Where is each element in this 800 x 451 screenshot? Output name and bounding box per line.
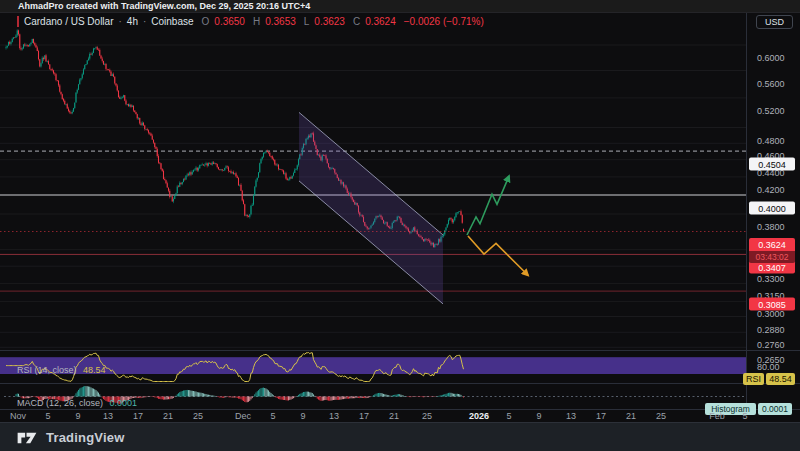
price-axis-label: 0.3300: [757, 274, 785, 284]
time-axis-label: 2026: [469, 411, 489, 421]
time-axis-label: 25: [656, 411, 666, 421]
macd-value: 0.0001: [110, 398, 138, 408]
time-axis-label: Nov: [10, 411, 26, 421]
time-axis[interactable]: Nov5913172125Dec591317212520265913172125…: [0, 409, 800, 422]
bar-countdown: 03:43:02: [749, 251, 795, 263]
price-axis-label: 0.5600: [757, 79, 785, 89]
rsi-params: (14, close): [35, 365, 77, 375]
time-axis-label: 13: [566, 411, 576, 421]
separator-dot: ·: [143, 16, 146, 27]
chart-canvas[interactable]: [0, 13, 800, 422]
rsi-scale-label: 80.00: [757, 362, 780, 372]
open-label: O: [202, 16, 210, 27]
tradingview-brand[interactable]: TradingView: [46, 430, 125, 445]
time-axis-label: 21: [626, 411, 636, 421]
time-axis-label: 21: [389, 411, 399, 421]
high-value: 0.3653: [265, 16, 296, 27]
time-axis-label: 5: [270, 411, 275, 421]
time-axis-label: 25: [422, 411, 432, 421]
close-label: C: [353, 16, 360, 27]
attribution-bar: AhmadPro created with TradingView.com, D…: [0, 0, 800, 13]
time-axis-label: 9: [300, 411, 305, 421]
price-axis-label: 0.6000: [757, 53, 785, 63]
symbol-title[interactable]: Cardano / US Dollar: [24, 16, 113, 27]
rsi-axis-badge-value: 48.54: [766, 373, 795, 385]
time-axis-label: 21: [163, 411, 173, 421]
time-axis-label: 9: [75, 411, 80, 421]
macd-params: (12, 26, close): [46, 398, 103, 408]
open-value: 0.3650: [214, 16, 245, 27]
price-axis-label: 0.2760: [757, 340, 785, 350]
price-level-badge: 0.4504: [749, 158, 795, 171]
rsi-title: RSI: [17, 365, 32, 375]
time-axis-label: 9: [536, 411, 541, 421]
symbol-legend[interactable]: Cardano / US Dollar · 4h · Coinbase O 0.…: [17, 16, 484, 27]
rsi-indicator-label[interactable]: RSI (14, close) 48.54: [17, 365, 106, 375]
bottom-toolbar: TradingView: [0, 422, 800, 451]
change-value: −0.0026 (−0.71%): [404, 16, 484, 27]
time-axis-label: 25: [193, 411, 203, 421]
time-axis-label: 5: [742, 411, 747, 421]
time-axis-label: 5: [45, 411, 50, 421]
attribution-text: AhmadPro created with TradingView.com, D…: [18, 1, 310, 11]
price-axis-label: 0.3000: [757, 309, 785, 319]
time-axis-label: Feb: [709, 411, 725, 421]
high-label: H: [253, 16, 260, 27]
rsi-value: 48.54: [83, 365, 106, 375]
low-value: 0.3623: [314, 16, 345, 27]
currency-button[interactable]: USD: [756, 15, 793, 29]
time-axis-label: 17: [359, 411, 369, 421]
time-axis-label: Dec: [235, 411, 251, 421]
price-axis-label: 0.4200: [757, 185, 785, 195]
interval-label[interactable]: 4h: [127, 16, 138, 27]
price-axis-label: 0.5200: [757, 106, 785, 116]
last-price-badge: 0.362403:43:02: [749, 238, 795, 263]
macd-title: MACD: [17, 398, 44, 408]
close-value: 0.3624: [365, 16, 396, 27]
alert-price-badge: 0.3085: [749, 298, 795, 311]
rsi-axis-badge-label: RSI: [743, 373, 764, 385]
chart-stage[interactable]: Cardano / US Dollar · 4h · Coinbase O 0.…: [0, 13, 800, 422]
separator-dot: ·: [118, 16, 121, 27]
tradingview-logo-icon[interactable]: [16, 430, 38, 445]
last-price-value: 0.3624: [749, 238, 795, 251]
price-level-badge: 0.4000: [749, 202, 795, 215]
time-axis-label: 17: [133, 411, 143, 421]
time-axis-label: 13: [103, 411, 113, 421]
price-axis-label: 0.4800: [757, 136, 785, 146]
time-axis-label: 5: [506, 411, 511, 421]
price-axis-label: 0.2880: [757, 325, 785, 335]
low-label: L: [304, 16, 310, 27]
exchange-label[interactable]: Coinbase: [151, 16, 193, 27]
time-axis-label: 17: [596, 411, 606, 421]
series-accent-bar: [17, 16, 19, 27]
price-axis-label: 0.3800: [757, 222, 785, 232]
time-axis-label: 13: [329, 411, 339, 421]
macd-indicator-label[interactable]: MACD (12, 26, close) 0.0001: [17, 398, 137, 408]
